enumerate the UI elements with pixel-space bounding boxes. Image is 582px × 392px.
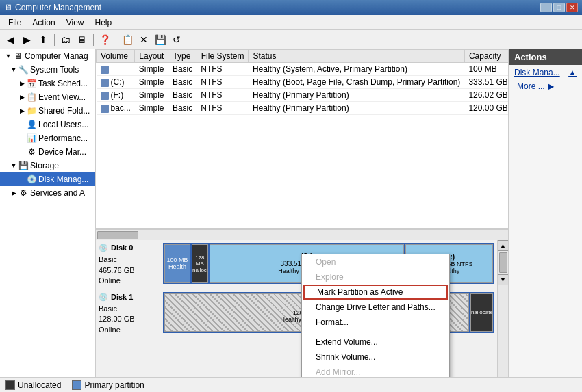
- tree-item-disk-management[interactable]: 💿 Disk Manag...: [0, 172, 95, 186]
- computer-icon: 🖥: [12, 51, 23, 62]
- toolbar-back[interactable]: ◀: [3, 32, 18, 47]
- menu-help[interactable]: Help: [90, 16, 118, 29]
- close-button[interactable]: ✕: [566, 3, 578, 12]
- tree-item-services[interactable]: ▶ ⚙ Services and A: [0, 186, 95, 200]
- ctx-extend[interactable]: Extend Volume...: [302, 335, 449, 350]
- maximize-button[interactable]: □: [553, 3, 565, 12]
- cell-type: Basic: [168, 89, 197, 102]
- toolbar-sep-1: [54, 34, 55, 46]
- tree-label: Task Sched...: [38, 79, 88, 88]
- disk-view: 💿Disk 0 Basic 465.76 GB Online 100 MB He…: [96, 240, 508, 377]
- title-bar-controls: — □ ✕: [540, 3, 578, 12]
- expand-icon[interactable]: ▼: [4, 52, 12, 60]
- tree-label: Services and A: [30, 188, 85, 198]
- right-pane: Volume Layout Type File System Status Ca…: [96, 49, 508, 377]
- col-type: Type: [168, 50, 197, 63]
- ctx-add-mirror[interactable]: Add Mirror...: [302, 365, 449, 377]
- cell-type: Basic: [168, 76, 197, 89]
- hscroll-thumb[interactable]: [97, 231, 138, 239]
- table-row[interactable]: (F:) Simple Basic NTFS Healthy (Primary …: [97, 89, 509, 102]
- table-row[interactable]: bac... Simple Basic NTFS Healthy (Primar…: [97, 102, 509, 115]
- tree-item-system-tools[interactable]: ▼ 🔧 System Tools: [0, 63, 95, 77]
- ctx-format[interactable]: Format...: [302, 315, 449, 330]
- cell-status: Healthy (System, Active, Primary Partiti…: [249, 63, 464, 76]
- tree-item-local-users[interactable]: 👤 Local Users...: [0, 118, 95, 131]
- menu-view[interactable]: View: [61, 16, 90, 29]
- menu-file[interactable]: File: [3, 16, 27, 29]
- toolbar-forward[interactable]: ▶: [19, 32, 34, 47]
- cell-layout: Simple: [135, 63, 168, 76]
- tree-item-storage[interactable]: ▼ 💾 Storage: [0, 159, 95, 172]
- toolbar: ◀ ▶ ⬆ 🗂 🖥 ❓ 📋 ✕ 💾 ↺: [0, 30, 582, 49]
- toolbar-delete[interactable]: ✕: [136, 32, 151, 47]
- expand-icon[interactable]: ▶: [18, 107, 26, 115]
- toolbar-help[interactable]: ❓: [97, 32, 112, 47]
- toolbar-refresh[interactable]: ↺: [169, 32, 184, 47]
- cell-capacity: 100 MB: [464, 63, 508, 76]
- tree-label: Disk Manag...: [38, 174, 88, 184]
- expand-icon[interactable]: ▼: [10, 66, 18, 74]
- disk-1-part-unallocated[interactable]: Unallocated: [470, 293, 493, 332]
- users-icon: 👤: [26, 119, 37, 130]
- tree-item-task-scheduler[interactable]: ▶ 📅 Task Sched...: [0, 77, 95, 90]
- disk-1-size: 128.00 GB: [99, 314, 160, 324]
- toolbar-new[interactable]: 📋: [120, 32, 135, 47]
- action-group-label: Disk Mana...: [514, 68, 560, 77]
- tree-item-device-manager[interactable]: ⚙ Device Mar...: [0, 145, 95, 159]
- device-icon: ⚙: [26, 146, 37, 157]
- ctx-open[interactable]: Open: [302, 254, 449, 270]
- toolbar-sep-3: [116, 34, 116, 46]
- context-menu: Open Explore Mark Partition as Active Ch…: [301, 254, 450, 377]
- action-more[interactable]: More ... ▶: [509, 80, 582, 92]
- disk-1-icon: 💿Disk 1: [99, 292, 160, 302]
- action-group-disk-mgmt[interactable]: Disk Mana... ▲: [509, 65, 582, 80]
- toolbar-computer[interactable]: 🖥: [75, 32, 90, 47]
- disk-0-part-system[interactable]: 100 MB Health: [164, 244, 190, 283]
- more-label: More ...: [517, 81, 545, 91]
- disk-0-part-unallocated[interactable]: 128 MB Unalloc...: [192, 244, 208, 283]
- ctx-change-drive[interactable]: Change Drive Letter and Paths...: [302, 300, 449, 315]
- tree-item-event-viewer[interactable]: ▶ 📋 Event View...: [0, 90, 95, 104]
- minimize-button[interactable]: —: [540, 3, 552, 12]
- event-icon: 📋: [26, 92, 37, 103]
- cell-layout: Simple: [135, 89, 168, 102]
- table-hscroll[interactable]: [96, 229, 508, 240]
- cell-status: Healthy (Boot, Page File, Crash Dump, Pr…: [249, 76, 464, 89]
- expand-icon[interactable]: ▶: [18, 93, 26, 101]
- disk-table: Volume Layout Type File System Status Ca…: [96, 49, 508, 115]
- toolbar-properties[interactable]: 💾: [153, 32, 168, 47]
- disk-1-status: Online: [99, 325, 160, 335]
- vscroll-up[interactable]: ▲: [498, 240, 509, 251]
- vscroll-thumb[interactable]: [499, 252, 507, 273]
- expand-icon[interactable]: ▼: [10, 161, 18, 170]
- tree-item-shared-folders[interactable]: ▶ 📁 Shared Fold...: [0, 104, 95, 118]
- menu-action[interactable]: Action: [27, 16, 60, 29]
- cell-fs: NTFS: [197, 76, 249, 89]
- tree-label: Local Users...: [38, 120, 88, 129]
- col-status: Status: [249, 50, 464, 63]
- tree-label: Performanc...: [38, 133, 88, 143]
- disk-1-type: Basic: [99, 304, 160, 314]
- tree-item-performance[interactable]: 📊 Performanc...: [0, 131, 95, 145]
- expand-icon: [18, 175, 26, 183]
- table-row[interactable]: (C:) Simple Basic NTFS Healthy (Boot, Pa…: [97, 76, 509, 89]
- legend-primary: Primary partition: [72, 380, 144, 390]
- disk-0-type: Basic: [99, 254, 160, 265]
- tree-item-computer-management[interactable]: ▼ 🖥 Computer Manag: [0, 49, 95, 63]
- toolbar-show-hide[interactable]: 🗂: [58, 32, 73, 47]
- expand-icon[interactable]: ▶: [10, 189, 18, 197]
- tree-label: Shared Fold...: [38, 106, 90, 116]
- toolbar-up[interactable]: ⬆: [36, 32, 51, 47]
- vscroll-down[interactable]: ▼: [498, 274, 509, 285]
- tree-label: System Tools: [30, 65, 79, 75]
- ctx-shrink[interactable]: Shrink Volume...: [302, 350, 449, 365]
- ctx-explore[interactable]: Explore: [302, 270, 449, 285]
- cell-fs: NTFS: [197, 102, 249, 115]
- table-row[interactable]: Simple Basic NTFS Healthy (System, Activ…: [97, 63, 509, 76]
- table-scroll[interactable]: Volume Layout Type File System Status Ca…: [96, 49, 508, 228]
- expand-icon[interactable]: ▶: [18, 79, 26, 88]
- cell-capacity: 333.51 GB: [464, 76, 508, 89]
- disk-0-size: 465.76 GB: [99, 265, 160, 276]
- primary-label: Primary partition: [84, 380, 144, 390]
- ctx-mark-active[interactable]: Mark Partition as Active: [303, 285, 448, 300]
